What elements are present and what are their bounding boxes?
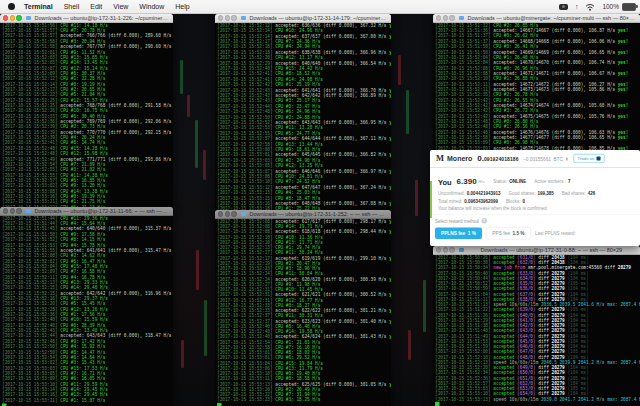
menu-bar: Terminal Shell Edit View Window Help ↑ 1…	[0, 0, 640, 14]
window-title: Downloads — ubuntu@ip-172-31-1-226: ~/cp…	[33, 15, 170, 21]
wallpaper-candle	[196, 250, 199, 290]
folder-icon	[241, 212, 246, 216]
zoom-button[interactable]	[231, 15, 236, 20]
wallpaper-candle	[406, 90, 409, 134]
terminal-window-5[interactable]: Downloads — ubuntu@ip-172-31-1-252: ~ — …	[215, 210, 391, 406]
help-icon[interactable]: ?	[481, 218, 487, 224]
battery-status[interactable]: 100%	[602, 3, 636, 11]
terminal-output[interactable]: [2017-10-15 15:52:12] accepted: 636/636 …	[215, 22, 391, 240]
close-button[interactable]	[436, 247, 441, 252]
terminal-output[interactable]: [2017-10-15 15:50:26] accepted (631/0) d…	[433, 254, 640, 406]
minimize-button[interactable]	[10, 208, 15, 213]
zoom-button[interactable]	[449, 15, 454, 20]
terminal-window-6[interactable]: Downloads — ubuntu@ip-172-31-0-88: ~ — s…	[433, 246, 640, 406]
status-label: Status:	[493, 179, 507, 184]
total-mined-label: Total mined:	[438, 199, 462, 204]
wallpaper-candle	[180, 60, 183, 94]
terminal-output[interactable]: [2017-10-15 15:51:32] CPU #2: 26.85 H/s[…	[433, 22, 640, 150]
terminal-output[interactable]: [2017-10-15 15:51:44] CPU #11: 29.36 H/s…	[0, 215, 173, 406]
zoom-button[interactable]	[231, 211, 236, 216]
wallpaper-candle	[415, 180, 418, 216]
good-shares-label: Good shares:	[509, 191, 536, 196]
terminal-output[interactable]: [2017-10-15 15:51:56] CPU #11: 14.18 H/s…	[0, 22, 173, 207]
reward-method-label: Select reward method	[435, 218, 479, 223]
wifi-icon[interactable]	[585, 3, 595, 11]
window-titlebar[interactable]: Downloads — ubuntu@ip-172-31-1-252: ~ — …	[215, 210, 391, 219]
close-button[interactable]	[3, 208, 8, 213]
minimize-button[interactable]	[225, 211, 230, 216]
monero-logo-icon: M	[436, 154, 444, 164]
close-button[interactable]	[3, 15, 8, 20]
window-title: Downloads — ubuntu@minergate: ~/cpuminer…	[466, 15, 637, 21]
apple-logo-icon[interactable]	[8, 3, 15, 10]
camera-status-icon[interactable]	[559, 4, 568, 10]
zoom-button[interactable]	[16, 15, 21, 20]
btc-label: BTC	[553, 156, 563, 162]
menu-shell[interactable]: Shell	[64, 3, 80, 10]
hashrate-value: 6.390	[457, 177, 477, 186]
currency-name: Monero	[447, 155, 472, 163]
trade-button[interactable]: Trade on	[574, 154, 605, 163]
bad-shares-value: 426	[588, 191, 596, 196]
battery-percent-label: 100%	[602, 3, 619, 10]
blocks-label: Blocks:	[506, 199, 521, 204]
terminal-window-2[interactable]: Downloads — ubuntu@ip-172-31-14-179: ~/c…	[215, 14, 391, 240]
close-button[interactable]	[436, 15, 441, 20]
terminal-output[interactable]: [2017-10-15 15:52:08] accepted: 617/617 …	[215, 218, 391, 406]
total-mined-value: 0.096343962099	[464, 199, 498, 204]
folder-icon	[459, 16, 464, 20]
divider	[430, 215, 640, 216]
window-titlebar[interactable]: Downloads — ubuntu@ip-172-31-14-179: ~/c…	[215, 14, 391, 23]
window-title: Downloads — ubuntu@ip-172-31-1-252: ~ — …	[248, 211, 388, 217]
minimize-button[interactable]	[10, 15, 15, 20]
blocks-value: 0	[523, 199, 526, 204]
unconfirmed-label: Unconfirmed:	[438, 191, 465, 196]
wallpaper-candle	[408, 330, 411, 360]
pps-button[interactable]: PPS fee: 1.5 %	[486, 227, 531, 240]
battery-icon	[622, 3, 636, 11]
window-titlebar[interactable]: Downloads — ubuntu@ip-172-31-0-88: ~ — s…	[433, 246, 640, 255]
currency-stepper[interactable]: ▴▾	[566, 156, 568, 161]
terminal-window-4[interactable]: Downloads — ubuntu@ip-172-31-11-66: ~ — …	[0, 207, 173, 406]
wallpaper-candle	[204, 300, 207, 356]
close-button[interactable]	[218, 211, 223, 216]
unconfirmed-value: 0.004421943913	[467, 191, 501, 196]
menu-view[interactable]: View	[113, 3, 128, 10]
folder-icon	[26, 16, 31, 20]
exchange-logo-icon	[596, 157, 600, 161]
menu-terminal[interactable]: Terminal	[24, 3, 53, 10]
hashrate-unit: H/s	[478, 179, 484, 184]
workers-value: 7	[568, 179, 571, 184]
balance-fraction: 091924018186	[484, 156, 519, 162]
minimize-button[interactable]	[443, 247, 448, 252]
upload-status-icon[interactable]: ↑	[575, 4, 579, 10]
window-titlebar[interactable]: Downloads — ubuntu@minergate: ~/cpuminer…	[433, 14, 640, 23]
close-button[interactable]	[218, 15, 223, 20]
monero-pool-window[interactable]: M Monero 0. 091924018186 −0.00155661 BTC…	[430, 150, 640, 246]
good-shares-value: 199,385	[538, 191, 554, 196]
balance-note: Your balance will increase when the bloc…	[430, 206, 640, 211]
wallpaper-candle	[423, 280, 426, 332]
menu-edit[interactable]: Edit	[90, 3, 102, 10]
last-reward-label: Last PPLNS reward:	[535, 231, 576, 236]
zoom-button[interactable]	[449, 247, 454, 252]
window-titlebar[interactable]: Downloads — ubuntu@ip-172-31-11-66: ~ — …	[0, 207, 173, 216]
terminal-window-1[interactable]: Downloads — ubuntu@ip-172-31-1-226: ~/cp…	[0, 14, 173, 207]
folder-icon	[241, 16, 246, 20]
window-titlebar[interactable]: Downloads — ubuntu@ip-172-31-1-226: ~/cp…	[0, 14, 173, 23]
folder-icon	[459, 248, 464, 252]
menu-window[interactable]: Window	[139, 3, 164, 10]
minimize-button[interactable]	[443, 15, 448, 20]
zoom-button[interactable]	[16, 208, 21, 213]
wallpaper-candle	[187, 95, 190, 117]
window-title: Downloads — ubuntu@ip-172-31-11-66: ~ — …	[33, 208, 170, 214]
status-badge: ONLINE	[509, 179, 526, 184]
menu-help[interactable]: Help	[175, 3, 189, 10]
you-label: You	[438, 177, 452, 186]
wallpaper-candle	[398, 55, 401, 85]
pplns-button[interactable]: PPLNS fee 1 %	[435, 228, 482, 240]
minimize-button[interactable]	[225, 15, 230, 20]
window-title: Downloads — ubuntu@ip-172-31-0-88: ~ — s…	[466, 247, 637, 253]
accent-bar	[430, 181, 432, 218]
terminal-window-3[interactable]: Downloads — ubuntu@minergate: ~/cpuminer…	[433, 14, 640, 150]
